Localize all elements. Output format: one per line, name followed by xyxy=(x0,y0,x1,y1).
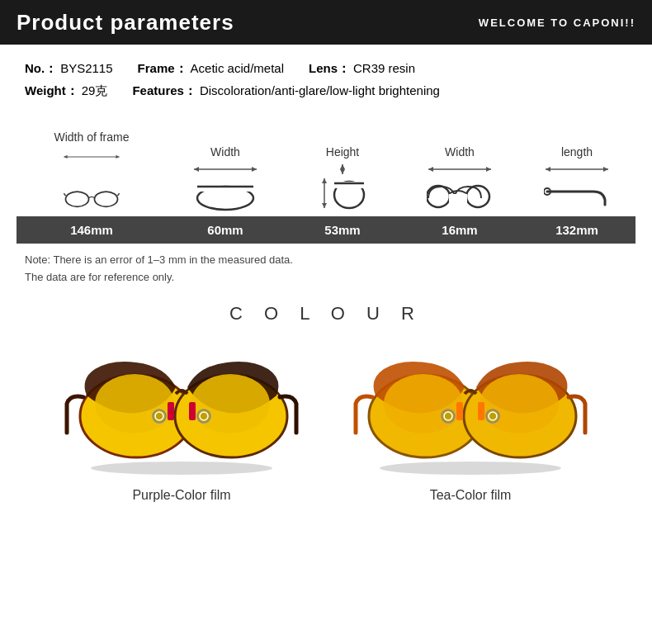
weight-label: Weight： xyxy=(25,83,78,99)
height-arrow-icon xyxy=(318,163,367,175)
measurement-temple-length: 132mm xyxy=(536,223,618,237)
dim-col-bridge-width: Width xyxy=(418,145,501,211)
svg-rect-54 xyxy=(456,402,463,420)
svg-line-6 xyxy=(118,193,120,196)
no-value: BYS2115 xyxy=(60,61,112,75)
svg-marker-24 xyxy=(486,167,491,172)
lens-value: CR39 resin xyxy=(353,61,415,75)
info-no: No.： BYS2115 xyxy=(25,61,113,77)
measurements-bar: 146mm 60mm 53mm 16mm 132mm xyxy=(17,216,635,244)
svg-marker-14 xyxy=(340,164,345,169)
colour-section: C O L O U R xyxy=(0,295,652,503)
note-line-1: Note: There is an error of 1–3 mm in the… xyxy=(25,252,627,269)
frame-width-arrow-icon xyxy=(63,149,120,180)
info-features: Features： Discoloration/anti-glare/low-l… xyxy=(132,83,440,99)
note-section: Note: There is an error of 1–3 mm in the… xyxy=(0,244,652,295)
svg-marker-30 xyxy=(603,167,608,172)
svg-marker-2 xyxy=(116,155,119,159)
svg-point-25 xyxy=(427,186,450,207)
svg-marker-9 xyxy=(252,167,257,172)
frame-label: Frame： xyxy=(138,61,187,77)
svg-point-45 xyxy=(380,462,561,475)
purple-glasses-image xyxy=(62,338,301,478)
svg-rect-55 xyxy=(478,402,484,420)
no-label: No.： xyxy=(25,61,57,77)
full-glasses-icon xyxy=(63,180,120,211)
svg-marker-29 xyxy=(546,167,550,172)
svg-marker-23 xyxy=(428,167,433,172)
temple-icon xyxy=(544,175,610,211)
lens-width-arrow-icon xyxy=(192,163,258,175)
welcome-text: WELCOME TO CAPONI!! xyxy=(479,17,635,29)
tea-glasses-image xyxy=(351,338,590,478)
dim-col-frame-width: Width of frame xyxy=(34,130,149,211)
colour-item-purple: Purple-Color film xyxy=(54,338,309,503)
weight-value: 29克 xyxy=(82,83,108,99)
colour-label-tea: Tea-Color film xyxy=(430,488,512,503)
info-row-2: Weight： 29克 Features： Discoloration/anti… xyxy=(25,83,627,99)
svg-rect-27 xyxy=(449,194,467,209)
page-title: Product parameters xyxy=(17,10,234,36)
info-row-1: No.： BYS2115 Frame： Acetic acid/metal Le… xyxy=(25,61,627,77)
frame-value: Acetic acid/metal xyxy=(191,61,284,75)
svg-point-3 xyxy=(66,192,89,206)
single-lens-icon xyxy=(192,175,258,211)
svg-line-5 xyxy=(64,193,65,196)
dim-label-lens-width: Width xyxy=(210,145,240,159)
svg-marker-1 xyxy=(64,155,67,159)
bridge-icon xyxy=(427,175,493,211)
measurement-bridge-width: 16mm xyxy=(418,223,501,237)
info-weight: Weight： 29克 xyxy=(25,83,107,99)
dim-label-frame-width: Width of frame xyxy=(54,130,129,144)
info-frame: Frame： Acetic acid/metal xyxy=(138,61,284,77)
bridge-width-arrow-icon xyxy=(427,163,493,175)
dimensions-header: Width of frame Width xyxy=(17,122,635,216)
svg-marker-8 xyxy=(194,167,199,172)
dim-col-lens-width: Width xyxy=(184,145,267,211)
svg-point-48 xyxy=(384,374,463,433)
svg-marker-18 xyxy=(322,203,327,208)
info-lens: Lens： CR39 resin xyxy=(309,61,415,77)
product-info: No.： BYS2115 Frame： Acetic acid/metal Le… xyxy=(0,45,652,114)
svg-marker-15 xyxy=(340,169,345,174)
colour-items: Purple-Color film xyxy=(17,338,635,503)
dimensions-container: Width of frame Width xyxy=(17,122,635,244)
colour-item-tea: Tea-Color film xyxy=(343,338,598,503)
dim-label-height: Height xyxy=(326,145,359,159)
svg-point-4 xyxy=(95,192,118,206)
dim-col-height: Height xyxy=(301,145,384,211)
note-line-2: The data are for reference only. xyxy=(25,269,627,286)
features-label: Features： xyxy=(132,83,196,99)
dim-label-temple-length: length xyxy=(561,145,593,159)
measurement-height: 53mm xyxy=(301,223,384,237)
temple-length-arrow-icon xyxy=(544,163,610,175)
colour-label-purple: Purple-Color film xyxy=(132,488,230,503)
svg-point-37 xyxy=(191,374,270,433)
lens-label: Lens： xyxy=(309,61,350,77)
svg-point-49 xyxy=(480,374,559,433)
dim-label-bridge-width: Width xyxy=(445,145,475,159)
svg-rect-43 xyxy=(189,402,196,420)
svg-point-36 xyxy=(95,374,174,433)
measurement-frame-width: 146mm xyxy=(34,223,149,237)
dim-col-temple-length: length xyxy=(536,145,618,211)
features-value: Discoloration/anti-glare/low-light brigh… xyxy=(200,83,440,97)
measurement-lens-width: 60mm xyxy=(184,223,267,237)
page-header: Product parameters WELCOME TO CAPONI!! xyxy=(0,0,652,45)
svg-point-33 xyxy=(91,462,272,475)
colour-title: C O L O U R xyxy=(17,303,635,324)
svg-rect-42 xyxy=(168,402,174,420)
height-lens-icon xyxy=(318,175,367,211)
svg-marker-17 xyxy=(322,178,327,183)
